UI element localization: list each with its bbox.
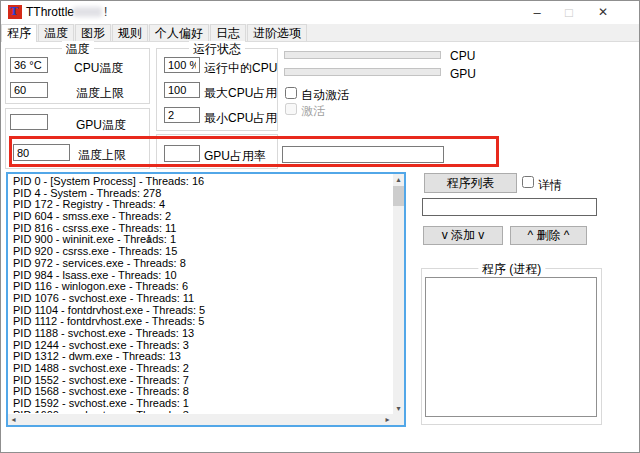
running-status-group-title: 运行状态 <box>189 41 245 58</box>
redacted-title-text <box>73 7 102 17</box>
remove-program-button[interactable]: ^ 删除 ^ <box>510 226 587 245</box>
temperature-group-title: 温度 <box>62 41 94 58</box>
auto-activate-label: 自动激活 <box>301 87 349 104</box>
details-checkbox[interactable] <box>522 176 534 188</box>
process-list-item[interactable]: PID 1188 - svchost.exe - Threads: 13 <box>13 328 392 340</box>
gpu-bar-label: GPU <box>450 67 476 81</box>
cpu-bar-label: CPU <box>450 49 475 63</box>
gpu-temp-limit-label: 温度上限 <box>78 147 126 164</box>
process-group-title: 程序 (进程) <box>478 261 545 278</box>
minimize-icon[interactable]: – <box>522 1 552 24</box>
tab-program[interactable]: 程序 <box>1 24 37 42</box>
auto-activate-checkbox[interactable] <box>285 87 297 99</box>
scroll-left-icon[interactable]: ◂ <box>8 414 19 425</box>
add-program-button[interactable]: v 添加 v <box>423 226 503 245</box>
max-cpu-label: 最大CPU占用 <box>204 85 277 102</box>
process-list-item[interactable]: PID 1488 - svchost.exe - Threads: 2 <box>13 363 392 375</box>
gpu-temperature-label: GPU温度 <box>76 117 126 134</box>
cpu-temperature-field[interactable] <box>10 57 48 73</box>
gpu-temperature-field[interactable] <box>10 114 48 130</box>
gpu-usage-field[interactable] <box>164 145 200 162</box>
process-list-item[interactable]: PID 1076 - svchost.exe - Threads: 11 <box>13 293 392 305</box>
process-list-item[interactable]: PID 604 - smss.exe - Threads: 2 <box>13 211 392 223</box>
max-cpu-field[interactable] <box>164 82 200 98</box>
vertical-scroll-thumb[interactable] <box>393 186 404 206</box>
tab-preferences[interactable]: 个人偏好 <box>149 24 209 41</box>
tab-graphics[interactable]: 图形 <box>75 24 111 41</box>
close-icon[interactable]: ✕ <box>588 1 618 24</box>
process-list-item[interactable]: PID 0 - [System Process] - Threads: 16 <box>13 176 392 188</box>
running-cpu-label: 运行中的CPU <box>204 60 277 77</box>
min-cpu-field[interactable] <box>164 107 200 123</box>
tab-advanced[interactable]: 进阶选项 <box>247 24 307 41</box>
vertical-scrollbar[interactable]: ▴ ▾ <box>393 174 404 414</box>
program-filter-input[interactable] <box>422 198 597 216</box>
running-cpu-field[interactable] <box>164 57 200 73</box>
ibeam-cursor: I <box>146 233 152 244</box>
tab-rules[interactable]: 规则 <box>112 24 148 41</box>
window-title-suffix: ! <box>104 5 107 19</box>
cpu-temp-limit-field[interactable] <box>10 82 48 98</box>
gpu-progress-bar <box>284 68 441 76</box>
process-list-item[interactable]: PID 1592 - svchost.exe - Threads: 1 <box>13 398 392 410</box>
tab-bar: 程序 温度 图形 规则 个人偏好 日志 进阶选项 <box>1 24 639 42</box>
selected-programs-list[interactable] <box>425 277 597 417</box>
process-list-item[interactable]: PID 972 - services.exe - Threads: 8 <box>13 258 392 270</box>
gpu-usage-wide-field[interactable] <box>282 146 444 163</box>
maximize-icon[interactable]: □ <box>554 1 584 24</box>
min-cpu-label: 最小CPU占用 <box>204 110 277 127</box>
scroll-down-icon[interactable]: ▾ <box>393 403 404 414</box>
cpu-progress-bar <box>284 51 441 59</box>
window-title: TThrottle <box>26 5 74 19</box>
cpu-temperature-label: CPU温度 <box>74 60 123 77</box>
scroll-up-icon[interactable]: ▴ <box>393 174 404 185</box>
title-bar[interactable]: T TThrottle ! – □ ✕ <box>1 1 639 24</box>
program-list-button[interactable]: 程序列表 <box>424 173 517 193</box>
details-label: 详情 <box>538 177 562 194</box>
process-list-items: PID 0 - [System Process] - Threads: 16PI… <box>8 174 392 413</box>
process-list-item[interactable]: PID 1600 - svchost.exe - Threads: 3 <box>13 410 392 413</box>
tab-temperature[interactable]: 温度 <box>38 24 74 41</box>
gpu-usage-label: GPU占用率 <box>204 148 266 165</box>
cpu-temp-limit-label: 温度上限 <box>76 85 124 102</box>
scroll-right-icon[interactable]: ▸ <box>382 414 393 425</box>
scrollbar-corner <box>393 414 404 425</box>
app-window: T TThrottle ! – □ ✕ 程序 温度 图形 规则 个人偏好 日志 … <box>0 0 640 453</box>
horizontal-scrollbar[interactable]: ◂ ▸ <box>8 414 393 425</box>
app-icon: T <box>8 5 22 19</box>
tab-log[interactable]: 日志 <box>210 24 246 41</box>
activate-label: 激活 <box>301 103 325 120</box>
gpu-temp-limit-field[interactable] <box>13 144 70 161</box>
activate-checkbox <box>285 103 297 115</box>
process-list[interactable]: PID 0 - [System Process] - Threads: 16PI… <box>6 172 406 427</box>
